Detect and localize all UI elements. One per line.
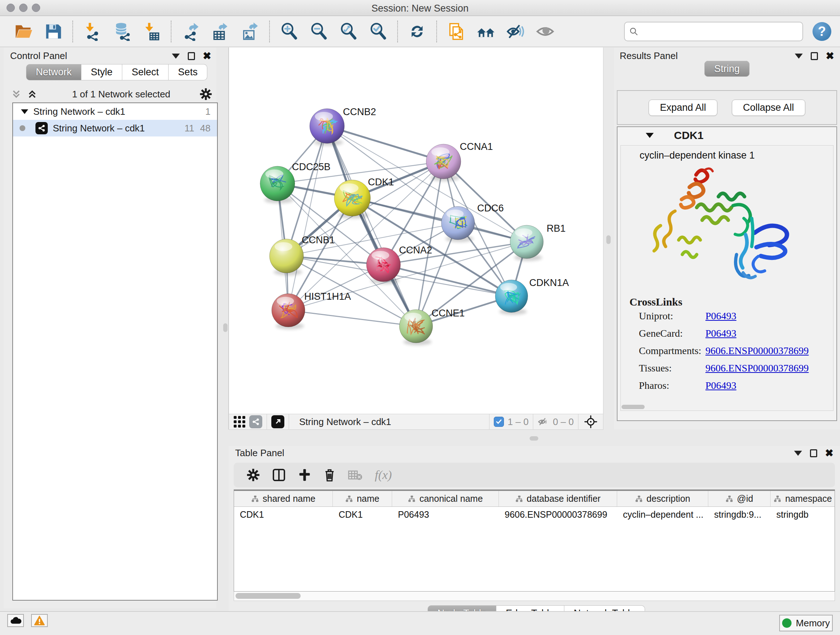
hide-selected-button[interactable]	[501, 19, 531, 44]
crosslink-row: Uniprot:P06493	[630, 310, 833, 322]
network-row[interactable]: String Network – cdk1 11 48	[13, 120, 217, 136]
expand-all-button[interactable]: Expand All	[649, 100, 717, 116]
node-label-CDKN1A: CDKN1A	[529, 277, 569, 288]
export-network-button[interactable]	[176, 19, 205, 44]
zoom-fit-button[interactable]	[333, 19, 363, 44]
left-splitter-handle[interactable]	[223, 323, 227, 332]
column-header-database-identifier[interactable]: database identifier	[499, 491, 617, 507]
node-HIST1H1A: HIST1H1A	[272, 291, 351, 329]
panel-menu-icon[interactable]	[794, 451, 802, 456]
help-button[interactable]: ?	[813, 22, 831, 41]
crosslink-value-link[interactable]: P06493	[706, 310, 737, 322]
tab-sets[interactable]: Sets	[169, 64, 207, 80]
table-hscrollbar[interactable]	[234, 592, 835, 601]
show-all-button[interactable]	[531, 19, 560, 44]
crosslink-row: Compartments:9606.ENSP00000378699	[630, 345, 833, 356]
crosslink-value-link[interactable]: 9606.ENSP00000378699	[706, 345, 808, 356]
column-header-namespace[interactable]: namespace	[771, 491, 835, 507]
import-network-from-file-button[interactable]	[77, 19, 107, 44]
birdseye-navigator-icon[interactable]	[584, 415, 597, 428]
column-header-canonical-name[interactable]: canonical name	[392, 491, 499, 507]
network-graph[interactable]: CCNB2CCNA1CDC25BCDK1CDC6RB1CCNB1CCNA2CDK…	[229, 48, 604, 414]
crosslink-value-link[interactable]: 9606.ENSP00000378699	[706, 363, 808, 374]
import-network-from-database-button[interactable]	[107, 19, 137, 44]
cloud-button[interactable]	[7, 614, 24, 627]
import-table-from-file-button[interactable]	[137, 19, 166, 44]
first-neighbors-button[interactable]	[471, 19, 501, 44]
save-session-button[interactable]	[38, 19, 68, 44]
search-input[interactable]	[638, 27, 790, 37]
delete-column-icon[interactable]	[324, 468, 336, 482]
table-cell[interactable]: CDK1	[234, 507, 333, 523]
collection-disclosure-icon[interactable]	[21, 109, 28, 114]
network-share-icon[interactable]	[249, 415, 262, 428]
node-RB1: RB1	[510, 223, 566, 261]
column-header-label: name	[357, 494, 379, 504]
table-row[interactable]: CDK1CDK1P064939606.ENSP00000378699cyclin…	[234, 507, 835, 523]
network-collection-row[interactable]: String Network – cdk1 1	[13, 103, 217, 120]
column-header-description[interactable]: description	[617, 491, 708, 507]
zoom-selected-button[interactable]	[363, 19, 393, 44]
panel-close-icon[interactable]: ✖	[203, 52, 211, 60]
expand-all-icon[interactable]	[27, 89, 38, 100]
tab-string[interactable]: String	[704, 61, 750, 77]
table-cell[interactable]: CDK1	[333, 507, 392, 523]
new-network-from-selection-button[interactable]	[441, 19, 471, 44]
table-cell[interactable]: stringdb	[771, 507, 835, 523]
open-in-window-icon[interactable]	[271, 415, 284, 428]
export-table-icon	[211, 22, 230, 41]
network-status-dot	[19, 125, 25, 131]
table-cell[interactable]: stringdb:9...	[708, 507, 771, 523]
table-cell[interactable]: cyclin–dependent ...	[617, 507, 708, 523]
tab-select[interactable]: Select	[122, 64, 169, 80]
grid-view-icon[interactable]	[233, 416, 246, 428]
node-label-HIST1H1A: HIST1H1A	[304, 291, 351, 302]
node-table[interactable]: shared namenamecanonical namedatabase id…	[234, 489, 835, 592]
warning-button[interactable]	[31, 614, 48, 627]
collapse-all-button[interactable]: Collapse All	[732, 100, 805, 116]
memory-button[interactable]: Memory	[779, 615, 833, 631]
horizontal-splitter-handle[interactable]	[530, 436, 538, 440]
cloud-icon	[10, 616, 21, 625]
table-cell[interactable]: 9606.ENSP00000378699	[499, 507, 617, 523]
toolbar-search[interactable]	[624, 22, 803, 41]
show-columns-icon[interactable]	[272, 468, 286, 482]
table-settings-gear-icon[interactable]	[247, 469, 260, 481]
export-image-button[interactable]	[235, 19, 265, 44]
column-header-shared-name[interactable]: shared name	[234, 491, 333, 507]
export-table-button[interactable]	[205, 19, 235, 44]
table-cell[interactable]: P06493	[392, 507, 499, 523]
column-header-name[interactable]: name	[333, 491, 392, 507]
results-hscroll-thumb[interactable]	[622, 405, 645, 409]
function-builder-icon[interactable]: f(x)	[375, 468, 392, 482]
zoom-in-button[interactable]	[274, 19, 304, 44]
gene-details: cyclin–dependent kinase 1	[621, 145, 834, 411]
panel-close-icon[interactable]: ✖	[825, 450, 834, 457]
zoom-out-button[interactable]	[304, 19, 333, 44]
crosslink-value-link[interactable]: P06493	[706, 380, 737, 391]
tab-style[interactable]: Style	[81, 64, 122, 80]
crosslink-row: GeneCard:P06493	[630, 328, 833, 339]
delete-table-icon[interactable]	[348, 469, 363, 481]
gene-disclosure-icon[interactable]	[646, 133, 654, 138]
right-splitter-handle[interactable]	[606, 235, 611, 244]
column-header--id[interactable]: @id	[708, 491, 771, 507]
panel-float-icon[interactable]	[811, 52, 818, 60]
apply-layout-button[interactable]	[402, 19, 432, 44]
panel-menu-icon[interactable]	[795, 54, 803, 59]
open-session-button[interactable]	[9, 19, 38, 44]
table-hscroll-thumb[interactable]	[235, 593, 301, 599]
network-view[interactable]: CCNB2CCNA1CDC25BCDK1CDC6RB1CCNB1CCNA2CDK…	[229, 48, 603, 414]
tab-network[interactable]: Network	[26, 64, 81, 80]
panel-float-icon[interactable]	[810, 449, 817, 457]
gear-icon[interactable]	[200, 88, 212, 100]
node-CCNB2: CCNB2	[309, 106, 376, 146]
selected-checkbox-icon[interactable]	[494, 417, 504, 427]
add-column-icon[interactable]	[298, 469, 311, 481]
panel-float-icon[interactable]	[188, 52, 195, 60]
panel-close-icon[interactable]: ✖	[826, 52, 834, 60]
collapse-all-icon[interactable]	[11, 89, 22, 100]
crosslink-value-link[interactable]: P06493	[706, 328, 737, 339]
node-CCNE1: CCNE1	[399, 308, 465, 345]
panel-menu-icon[interactable]	[172, 54, 180, 59]
